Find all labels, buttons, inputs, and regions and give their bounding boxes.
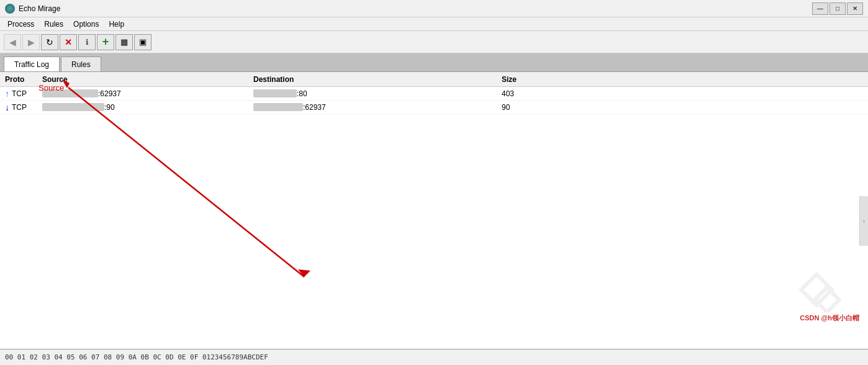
- close-button[interactable]: ✕: [847, 2, 863, 15]
- arrow-up-icon: ↑: [5, 89, 9, 99]
- header-destination: Destination: [253, 75, 502, 84]
- table-row[interactable]: ↓ TCP :90 :62937 90: [0, 101, 868, 114]
- menu-rules[interactable]: Rules: [39, 19, 68, 30]
- title-bar: Echo Mirage — □ ✕: [0, 0, 868, 17]
- arrow-down-icon: ↓: [5, 102, 9, 112]
- toolbar: ◀ ▶ ↻ ✕ ℹ + ▦ ▣: [0, 31, 868, 53]
- table-header: Proto Source Destination Size: [0, 72, 868, 87]
- csdn-badge: CSDN @h领小白帽: [797, 312, 862, 324]
- app-icon: [5, 4, 15, 14]
- table-body: ↑ TCP :62937 :80 403 ↓ TCP :90: [0, 87, 868, 114]
- proto-value: TCP: [12, 103, 27, 112]
- scroll-indicator[interactable]: ›: [859, 196, 868, 246]
- svg-rect-5: [815, 287, 839, 312]
- destination-cell: :80: [253, 89, 502, 98]
- hex-bar: 00 01 02 03 04 05 06 07 08 09 0A 0B 0C 0…: [0, 349, 868, 365]
- source-cell: :62937: [42, 89, 253, 98]
- destination-cell: :62937: [253, 103, 502, 112]
- size-value: 403: [502, 89, 514, 98]
- minimize-button[interactable]: —: [812, 2, 828, 15]
- window-title: Echo Mirage: [19, 4, 812, 13]
- svg-marker-2: [298, 269, 310, 277]
- table-row[interactable]: ↑ TCP :62937 :80 403: [0, 87, 868, 101]
- header-size: Size: [502, 75, 517, 84]
- menu-process[interactable]: Process: [2, 19, 39, 30]
- menu-bar: Process Rules Options Help: [0, 17, 868, 31]
- view1-button[interactable]: ▦: [115, 34, 133, 50]
- next-button[interactable]: ▶: [22, 34, 40, 50]
- prev-button[interactable]: ◀: [4, 34, 21, 50]
- stop-button[interactable]: ✕: [60, 34, 77, 50]
- maximize-button[interactable]: □: [830, 2, 846, 15]
- size-value: 90: [502, 103, 510, 112]
- proto-value: TCP: [12, 89, 27, 98]
- header-source: Source: [42, 75, 253, 84]
- view2-button[interactable]: ▣: [134, 34, 151, 50]
- info-button[interactable]: ℹ: [78, 34, 96, 50]
- header-proto: Proto: [5, 75, 42, 84]
- tabs-container: Traffic Log Rules: [0, 53, 868, 72]
- add-button[interactable]: +: [97, 34, 114, 50]
- source-cell: :90: [42, 103, 253, 112]
- tab-rules[interactable]: Rules: [61, 56, 101, 71]
- tab-traffic-log[interactable]: Traffic Log: [4, 56, 60, 71]
- window-controls: — □ ✕: [812, 2, 863, 15]
- svg-line-1: [68, 88, 304, 277]
- refresh-button[interactable]: ↻: [41, 34, 58, 50]
- menu-options[interactable]: Options: [68, 19, 104, 30]
- menu-help[interactable]: Help: [104, 19, 129, 30]
